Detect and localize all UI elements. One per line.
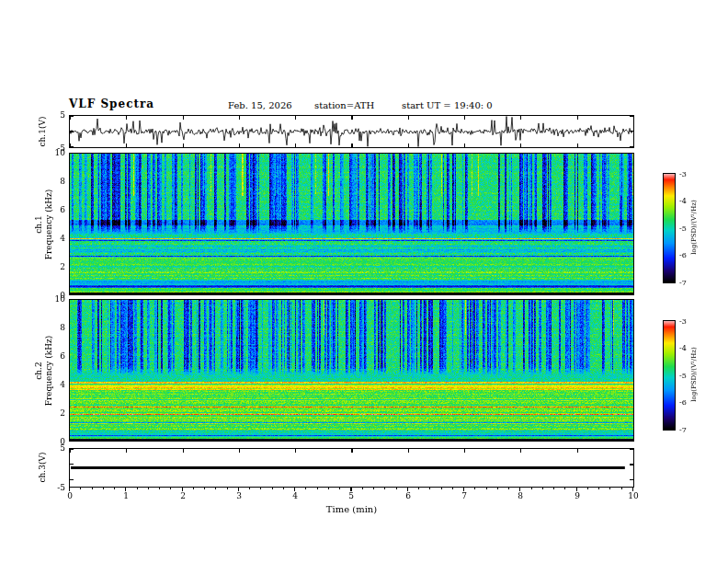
x-tick-label: 7 <box>453 491 475 500</box>
ch3-wave-ylabel: ch.3(V) <box>37 431 48 504</box>
ch1-waveform-canvas <box>70 116 633 147</box>
ch1-waveform-panel <box>69 115 634 148</box>
ch1-spec-ylabel: ch.1 Frequency (kHz) <box>34 155 54 293</box>
ch1-spec-ylabel-line2: Frequency (kHz) <box>44 155 54 293</box>
x-tick-label: 6 <box>397 491 419 500</box>
plot-station: station=ATH <box>314 100 374 110</box>
colorbar-ch2-label: log(PSD)/(V²/Hz) <box>690 319 701 430</box>
x-tick-label: 3 <box>228 491 250 500</box>
axis-ticks <box>70 144 633 147</box>
x-tick-label: 9 <box>566 491 588 500</box>
x-tick-label: 4 <box>284 491 306 500</box>
ch3-waveform-canvas <box>70 449 633 487</box>
x-axis-label: Time (min) <box>296 504 407 514</box>
x-tick-label: 10 <box>622 491 644 500</box>
ch1-spec-ylabel-line1: ch.1 <box>34 155 44 293</box>
axis-ticks <box>70 449 74 487</box>
plot-start-ut: start UT = 19:40: 0 <box>402 100 493 110</box>
vlf-spectra-figure: VLF Spectra Feb. 15, 2026 station=ATH st… <box>0 0 728 563</box>
colorbar-ch1 <box>663 173 676 283</box>
ch2-spectrogram-canvas <box>70 300 633 441</box>
plot-date: Feb. 15, 2026 <box>228 100 292 110</box>
ch3-waveform-panel <box>69 448 634 488</box>
axis-ticks <box>630 116 633 147</box>
axis-ticks <box>70 116 633 120</box>
x-tick-label: 2 <box>172 491 194 500</box>
x-tick-label: 8 <box>509 491 531 500</box>
ch2-spec-ylabel-line2: Frequency (kHz) <box>44 302 54 440</box>
ch1-spectrogram-panel <box>69 153 634 295</box>
colorbar-ch1-canvas <box>664 174 675 282</box>
ch2-spec-ylabel: ch.2 Frequency (kHz) <box>34 302 54 440</box>
ch2-spec-ylabel-line1: ch.2 <box>34 302 44 440</box>
colorbar-ch2 <box>663 320 676 431</box>
axis-ticks <box>630 449 633 487</box>
ch2-spectrogram-panel <box>69 299 634 442</box>
plot-title: VLF Spectra <box>69 98 154 110</box>
axis-ticks <box>70 116 74 147</box>
x-tick-label: 1 <box>115 491 137 500</box>
colorbar-ch2-canvas <box>664 321 675 430</box>
axis-ticks <box>70 449 633 453</box>
ch1-spectrogram-canvas <box>70 154 633 294</box>
x-tick-label: 5 <box>340 491 362 500</box>
x-axis-minor-ticks <box>69 488 634 489</box>
colorbar-ch1-label: log(PSD)/(V²/Hz) <box>690 172 701 282</box>
x-tick-label: 0 <box>59 491 81 500</box>
